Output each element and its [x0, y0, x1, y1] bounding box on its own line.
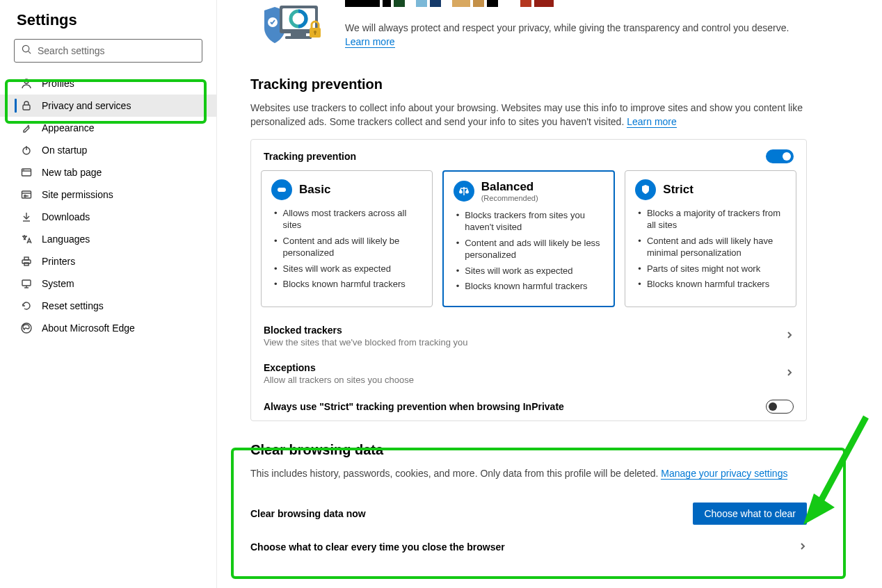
row-title: Always use "Strict" tracking prevention … — [264, 401, 564, 412]
svg-rect-31 — [279, 188, 284, 192]
nav-item-sitepermissions[interactable]: Site permissions — [0, 183, 216, 206]
exceptions-row[interactable]: Exceptions Allow all trackers on sites y… — [251, 354, 806, 392]
redacted-info — [345, 0, 807, 7]
nav-label: Reset settings — [42, 300, 104, 311]
inprivate-toggle[interactable] — [766, 400, 794, 414]
nav-label: About Microsoft Edge — [42, 322, 135, 334]
nav-item-printers[interactable]: Printers — [0, 250, 216, 272]
level-bullet: Content and ads will likely be less pers… — [454, 237, 604, 261]
tracking-card: Tracking prevention Basic Allows most tr… — [250, 139, 807, 421]
svg-rect-9 — [22, 191, 31, 198]
nav-label: System — [42, 278, 74, 289]
nav-item-reset[interactable]: Reset settings — [0, 295, 216, 317]
level-bullet: Parts of sites might not work — [635, 263, 786, 275]
svg-point-0 — [22, 45, 29, 51]
choose-what-to-clear-button[interactable]: Choose what to clear — [693, 503, 807, 525]
nav-item-about[interactable]: About Microsoft Edge — [0, 317, 216, 339]
clear-now-row: Clear browsing data now Choose what to c… — [250, 494, 807, 533]
level-bullet: Sites will work as expected — [454, 265, 604, 277]
row-desc: Allow all trackers on sites you choose — [264, 375, 414, 385]
tracking-heading: Tracking prevention — [250, 76, 807, 92]
basic-icon — [271, 179, 292, 200]
inprivate-row: Always use "Strict" tracking prevention … — [251, 392, 806, 420]
banner-text: We will always protect and respect your … — [345, 22, 789, 33]
level-bullet: Content and ads will likely have minimal… — [635, 235, 786, 259]
level-balanced[interactable]: Balanced (Recommended) Blocks trackers f… — [442, 170, 616, 307]
nav-label: Site permissions — [42, 189, 113, 200]
svg-point-11 — [24, 195, 26, 197]
search-icon — [22, 44, 32, 57]
row-title: Clear browsing data now — [250, 508, 366, 519]
chevron-right-icon — [785, 330, 794, 341]
nav-label: Appearance — [42, 122, 95, 133]
nav-label: Downloads — [42, 211, 90, 222]
nav-item-languages[interactable]: Languages — [0, 228, 216, 250]
search-input[interactable] — [38, 45, 195, 56]
svg-rect-17 — [22, 280, 31, 286]
clear-heading: Clear browsing data — [250, 442, 807, 458]
page-title: Settings — [0, 7, 216, 39]
level-bullet: Content and ads will likely be personali… — [271, 235, 422, 259]
nav-item-newtab[interactable]: New tab page — [0, 161, 216, 183]
svg-rect-28 — [314, 32, 316, 35]
manage-privacy-link[interactable]: Manage your privacy settings — [661, 468, 787, 480]
level-bullet: Blocks known harmful trackers — [271, 278, 422, 291]
balanced-icon — [454, 181, 474, 202]
tracking-desc: Websites use trackers to collect info ab… — [250, 102, 803, 127]
strict-icon — [635, 179, 656, 200]
nav-item-appearance[interactable]: Appearance — [0, 117, 216, 139]
clear-on-close-row[interactable]: Choose what to clear every time you clos… — [250, 533, 807, 561]
nav-item-system[interactable]: System — [0, 272, 216, 295]
search-input-wrapper[interactable] — [14, 39, 202, 63]
svg-point-2 — [24, 79, 29, 83]
level-bullet: Allows most trackers across all sites — [271, 207, 422, 231]
nav-label: Languages — [42, 234, 90, 245]
nav-item-downloads[interactable]: Downloads — [0, 206, 216, 228]
level-bullet: Blocks a majority of trackers from all s… — [635, 207, 786, 231]
nav-item-profiles[interactable]: Profiles — [0, 72, 216, 95]
svg-rect-16 — [24, 263, 29, 266]
banner-learn-more-link[interactable]: Learn more — [345, 36, 395, 48]
nav-item-startup[interactable]: On startup — [0, 139, 216, 161]
level-bullet: Blocks known harmful trackers — [635, 278, 786, 291]
nav-item-privacy[interactable]: Privacy and services — [0, 95, 216, 117]
row-title: Blocked trackers — [264, 325, 467, 336]
row-title: Exceptions — [264, 362, 414, 373]
nav-label: On startup — [42, 145, 87, 156]
svg-rect-25 — [285, 36, 312, 39]
row-title: Choose what to clear every time you clos… — [250, 541, 505, 553]
blocked-trackers-row[interactable]: Blocked trackers View the sites that we'… — [251, 317, 806, 354]
chevron-right-icon — [799, 541, 807, 553]
tracking-card-label: Tracking prevention — [264, 151, 356, 162]
level-title: Balanced — [481, 180, 538, 194]
tracking-toggle[interactable] — [766, 149, 794, 163]
level-bullet: Blocks known harmful trackers — [454, 280, 604, 293]
privacy-illustration — [250, 0, 327, 56]
svg-line-1 — [29, 51, 31, 54]
nav-label: Profiles — [42, 78, 74, 89]
level-bullet: Blocks trackers from sites you haven't v… — [454, 209, 604, 234]
nav-label: New tab page — [42, 167, 102, 178]
level-title: Basic — [299, 183, 330, 197]
annotation-arrow — [793, 410, 876, 528]
svg-marker-35 — [803, 493, 835, 525]
level-bullet: Sites will work as expected — [271, 263, 422, 275]
level-basic[interactable]: Basic Allows most trackers across all si… — [261, 170, 433, 307]
level-subtitle: (Recommended) — [481, 194, 538, 202]
level-title: Strict — [663, 183, 693, 197]
nav-label: Printers — [42, 256, 75, 267]
clear-desc: This includes history, passwords, cookie… — [250, 468, 661, 479]
tracking-learn-more-link[interactable]: Learn more — [627, 116, 677, 128]
svg-rect-15 — [24, 257, 29, 260]
level-strict[interactable]: Strict Blocks a majority of trackers fro… — [625, 170, 796, 307]
svg-rect-3 — [23, 105, 30, 110]
nav-label: Privacy and services — [42, 100, 131, 111]
chevron-right-icon — [785, 368, 794, 379]
svg-line-34 — [817, 417, 866, 507]
row-desc: View the sites that we've blocked from t… — [264, 337, 467, 348]
svg-rect-24 — [291, 33, 306, 36]
